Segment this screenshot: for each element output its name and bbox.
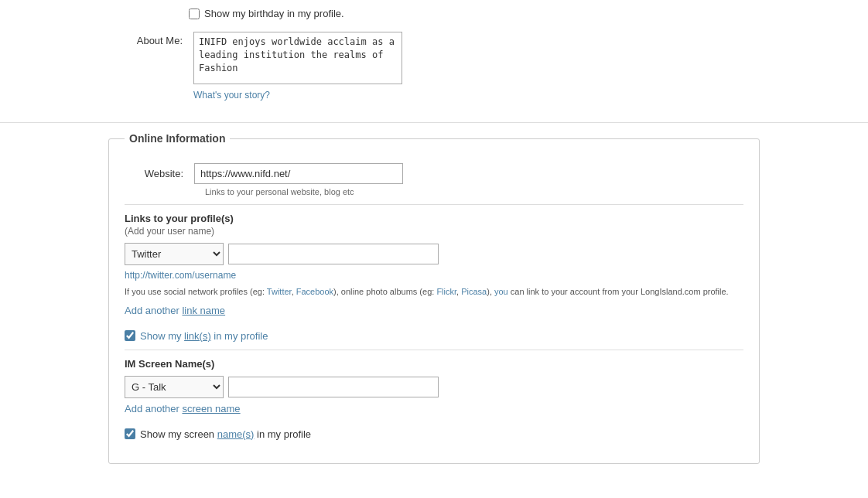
info-suffix-pre: ),	[487, 287, 494, 296]
top-section: Show my birthday in my profile. About Me…	[0, 0, 868, 123]
im-row: G - Talk AIM Yahoo MSN Skype	[125, 376, 743, 398]
add-screen-pre: Add another	[125, 403, 182, 414]
show-links-post: in my profile	[211, 330, 268, 342]
website-label: Website:	[125, 168, 194, 179]
info-twitter: Twitter	[267, 287, 292, 296]
info-flickr: Flickr	[436, 287, 456, 296]
birthday-checkbox[interactable]	[189, 9, 200, 19]
show-screen-post: in my profile	[254, 428, 311, 440]
info-facebook: Facebook	[296, 287, 333, 296]
social-network-select[interactable]: Twitter Facebook LinkedIn MySpace YouTub…	[125, 243, 224, 265]
im-screen-title: IM Screen Name(s)	[125, 358, 743, 370]
page-container: Show my birthday in my profile. About Me…	[0, 0, 868, 498]
show-links-row: Show my link(s) in my profile	[125, 330, 743, 342]
show-screen-underline: name(s)	[217, 428, 255, 440]
add-screen-underline: screen name	[182, 403, 240, 414]
about-me-textarea[interactable]: INIFD enjoys worldwide acclaim as a lead…	[193, 32, 402, 84]
about-me-wrapper: INIFD enjoys worldwide acclaim as a lead…	[193, 32, 402, 101]
info-prefix: If you use social network profiles (eg:	[125, 287, 267, 296]
profile-links-title: Links to your profile(s)	[125, 213, 743, 224]
divider-2	[125, 350, 743, 350]
divider-1	[125, 204, 743, 205]
show-screen-pre: Show my screen	[140, 428, 217, 440]
website-row: Website:	[125, 163, 743, 184]
about-me-label: About Me:	[108, 32, 193, 46]
website-input[interactable]	[194, 163, 403, 184]
social-info-text: If you use social network profiles (eg: …	[125, 285, 743, 298]
add-link-button[interactable]: Add another link name	[125, 305, 225, 316]
show-links-label: Show my link(s) in my profile	[140, 330, 268, 342]
add-screen-button[interactable]: Add another screen name	[125, 403, 241, 414]
info-picasa: Picasa	[461, 287, 487, 296]
show-links-checkbox[interactable]	[125, 330, 135, 341]
info-mid: ), online photo albums (eg:	[333, 287, 436, 296]
show-screen-label: Show my screen name(s) in my profile	[140, 428, 311, 440]
add-link-underline: link name	[182, 305, 225, 316]
im-username-input[interactable]	[228, 377, 439, 397]
show-screen-checkbox[interactable]	[125, 428, 135, 439]
profile-links-sub: (Add your user name)	[125, 226, 743, 237]
about-me-row: About Me: INIFD enjoys worldwide acclaim…	[108, 32, 760, 101]
website-helper: Links to your personal website, blog etc	[205, 187, 743, 196]
online-information-section: Online Information Website: Links to you…	[108, 132, 760, 464]
add-link-pre: Add another	[125, 305, 182, 316]
im-select[interactable]: G - Talk AIM Yahoo MSN Skype	[125, 376, 224, 398]
whats-story-link[interactable]: What's your story?	[193, 90, 270, 101]
show-screen-row: Show my screen name(s) in my profile	[125, 428, 743, 440]
social-username-input[interactable]	[228, 244, 439, 264]
birthday-label: Show my birthday in my profile.	[204, 8, 344, 19]
show-links-pre: Show my	[140, 330, 184, 342]
info-you: you	[494, 287, 508, 296]
info-suffix: can link to your account from your LongI…	[508, 287, 729, 296]
twitter-helper: http://twitter.com/username	[125, 270, 743, 281]
online-information-title: Online Information	[125, 132, 230, 145]
show-links-underline: link(s)	[184, 330, 211, 342]
link-row: Twitter Facebook LinkedIn MySpace YouTub…	[125, 243, 743, 265]
